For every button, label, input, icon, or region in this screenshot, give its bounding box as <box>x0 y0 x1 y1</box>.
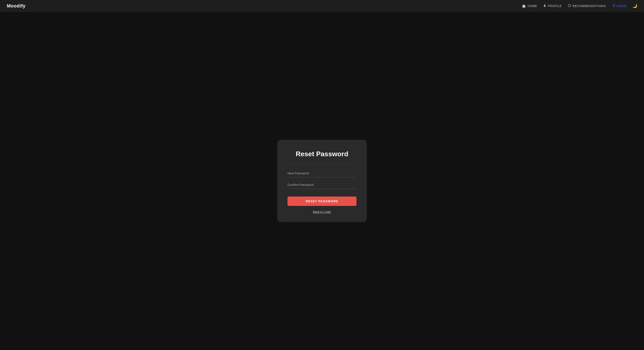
nav-home[interactable]: 🏠 HOME <box>522 4 537 8</box>
nav-home-label: HOME <box>528 4 537 8</box>
home-icon: 🏠 <box>522 4 526 8</box>
back-to-login-link[interactable]: Back to Login <box>288 210 356 214</box>
new-password-input[interactable] <box>288 169 356 177</box>
svg-point-1 <box>568 4 571 7</box>
nav-login[interactable]: LOGIN <box>612 4 626 8</box>
nav-profile-label: PROFILE <box>548 4 562 8</box>
card-divider <box>288 164 356 164</box>
confirm-password-input[interactable] <box>288 181 356 189</box>
svg-point-0 <box>544 5 546 6</box>
nav-profile[interactable]: PROFILE <box>543 4 562 8</box>
nav-login-label: LOGIN <box>616 4 626 8</box>
recommendations-icon <box>568 4 571 8</box>
login-icon <box>612 4 615 8</box>
card-title: Reset Password <box>288 150 356 158</box>
main-content: Reset Password RESET PASSWORD Back to Lo… <box>0 12 644 350</box>
confirm-password-group <box>288 181 356 189</box>
brand-logo: Moodify <box>7 3 26 9</box>
navbar-links: 🏠 HOME PROFILE RECOMMENDATIONS <box>522 4 637 8</box>
reset-password-card: Reset Password RESET PASSWORD Back to Lo… <box>277 140 367 222</box>
new-password-group <box>288 169 356 177</box>
reset-password-button[interactable]: RESET PASSWORD <box>288 197 356 206</box>
navbar: Moodify 🏠 HOME PROFILE RECOMMENDATIONS <box>0 0 644 12</box>
nav-recommendations[interactable]: RECOMMENDATIONS <box>568 4 606 8</box>
profile-icon <box>543 4 546 8</box>
nav-recommendations-label: RECOMMENDATIONS <box>572 4 606 8</box>
theme-toggle-button[interactable]: 🌙 <box>632 4 637 8</box>
